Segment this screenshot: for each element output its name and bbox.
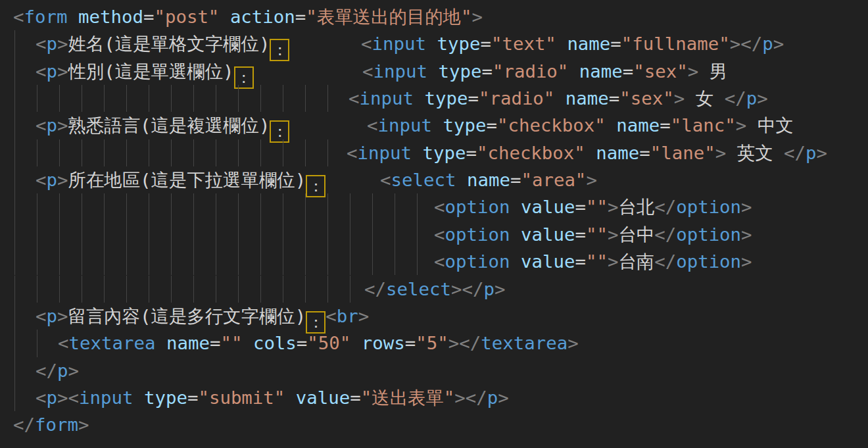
code-line[interactable]: <option value="">台中</option>: [0, 221, 868, 248]
token: type: [437, 34, 480, 54]
token: input: [378, 115, 432, 136]
code-line[interactable]: </p>: [0, 357, 868, 384]
code-line[interactable]: <option value="">台南</option>: [0, 248, 868, 275]
token: option: [676, 251, 741, 272]
token: </: [364, 279, 386, 299]
token: [155, 333, 166, 353]
code-line[interactable]: <p><input type="submit" value="送出表單"></p…: [0, 384, 868, 411]
code-segment: <input type="radio" name="sex"> 男: [362, 58, 727, 85]
token: "": [586, 224, 608, 245]
token: 留言內容(這是多行文字欄位): [68, 306, 306, 326]
token: "sex": [633, 61, 687, 82]
token: p: [483, 279, 494, 299]
token: </: [13, 414, 35, 435]
token: <: [434, 251, 445, 272]
token: >: [57, 61, 68, 82]
token: p: [47, 115, 58, 136]
code-editor[interactable]: <form method="post" action="表單送出的目的地"><p…: [0, 0, 868, 448]
token: p: [746, 88, 758, 109]
token: >: [773, 34, 784, 54]
token: <: [36, 170, 47, 190]
code-line[interactable]: <p>熟悉語言(這是複選欄位)：<input type="checkbox" n…: [0, 112, 868, 139]
token: type: [144, 387, 187, 408]
token: <: [36, 34, 47, 54]
token: "text": [491, 34, 556, 54]
code-line[interactable]: <input type="checkbox" name="lane"> 英文 <…: [0, 139, 868, 166]
token: =: [575, 251, 586, 272]
code-line[interactable]: <p>所在地區(這是下拉選單欄位)：<select name="area">: [0, 166, 868, 193]
token: name: [596, 143, 639, 163]
token: </: [784, 143, 806, 163]
token: input: [358, 143, 412, 163]
token: p: [47, 61, 58, 82]
token: [568, 61, 579, 82]
indent-guide: [14, 221, 421, 248]
token: p: [487, 387, 498, 408]
indent-guide: [14, 248, 421, 275]
code-line[interactable]: <p>留言內容(這是多行文字欄位)：<br>: [0, 303, 868, 330]
token: =: [623, 61, 634, 82]
code-segment: <p>性別(這是單選欄位)：: [36, 58, 254, 89]
token: 台中: [618, 224, 654, 245]
token: 姓名(這是單格文字欄位): [68, 34, 270, 54]
token: [427, 61, 439, 82]
token: input: [79, 387, 133, 408]
token: 男: [698, 61, 727, 82]
token: textarea: [481, 333, 567, 353]
token: "": [220, 333, 242, 353]
token: >: [674, 88, 685, 109]
token: form: [24, 7, 68, 27]
token: </: [36, 361, 57, 381]
token: </: [725, 88, 746, 109]
token: option: [445, 251, 510, 272]
token: [426, 34, 437, 54]
token: </: [654, 197, 676, 217]
token: <: [36, 306, 47, 326]
code-segment: <option value="">台南</option>: [434, 248, 752, 275]
code-line[interactable]: </select></p>: [0, 276, 868, 303]
token: >: [494, 279, 506, 299]
token: input: [360, 88, 414, 109]
code-line[interactable]: <option value="">台北</option>: [0, 193, 868, 220]
token: p: [47, 170, 58, 190]
token: 所在地區(這是下拉選單欄位): [68, 170, 306, 190]
code-segment: <select name="area">: [380, 166, 597, 193]
token: "sex": [619, 88, 673, 109]
code-segment: <input type="text" name="fullname"></p>: [361, 30, 784, 57]
token: <: [349, 88, 360, 109]
token: p: [762, 34, 773, 54]
token: type: [443, 115, 486, 136]
code-line[interactable]: <textarea name="" cols="50" rows="5"></t…: [0, 330, 868, 357]
token: >: [608, 197, 619, 217]
token: [285, 387, 296, 408]
code-segment: <input type="checkbox" name="lane"> 英文 <…: [347, 139, 827, 166]
token: =: [575, 224, 586, 245]
code-line[interactable]: <form method="post" action="表單送出的目的地">: [0, 3, 868, 30]
code-line[interactable]: <p>性別(這是單選欄位)：<input type="radio" name="…: [0, 58, 868, 85]
token: ></: [730, 34, 762, 54]
token: <: [434, 197, 445, 217]
token: >: [57, 115, 68, 136]
token: >: [741, 224, 752, 245]
token: >: [608, 224, 619, 245]
token: select: [386, 279, 451, 299]
token: name: [616, 115, 660, 136]
token: [556, 34, 567, 54]
code-line[interactable]: <p>姓名(這是單格文字欄位)：<input type="text" name=…: [0, 30, 868, 57]
code-line[interactable]: </form>: [0, 411, 868, 438]
token: >: [567, 333, 579, 353]
token: =: [466, 143, 477, 163]
token: value: [521, 224, 575, 245]
indent-guide: [14, 112, 17, 139]
token: <: [36, 61, 47, 82]
code-segment: <form method="post" action="表單送出的目的地">: [13, 3, 483, 30]
token: p: [806, 143, 817, 163]
token: =: [660, 115, 671, 136]
token: >: [78, 414, 89, 435]
token: "lane": [650, 143, 715, 163]
code-line[interactable]: <input type="radio" name="sex"> 女 </p>: [0, 85, 868, 112]
token: [133, 387, 144, 408]
token: =: [575, 197, 586, 217]
token: value: [521, 197, 575, 217]
token: </: [654, 251, 676, 272]
